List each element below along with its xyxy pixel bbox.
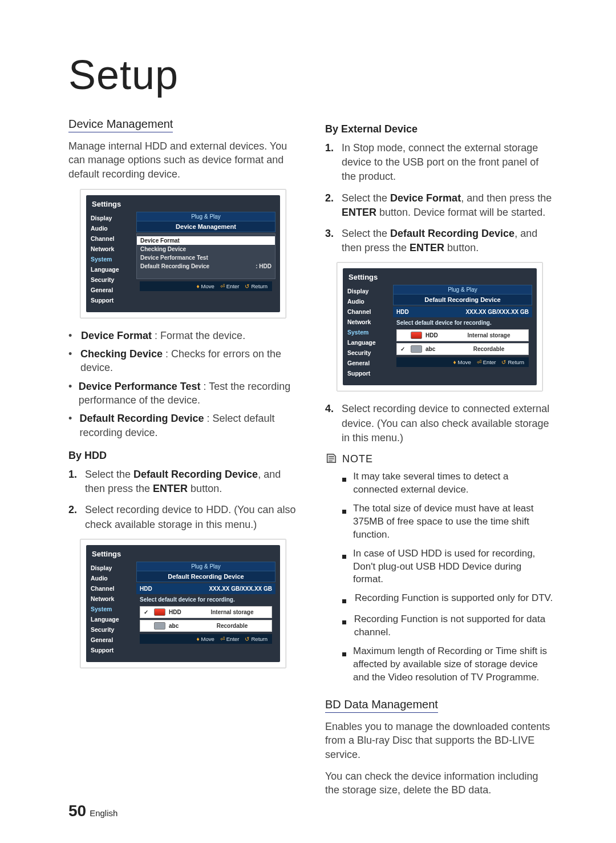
sidebar-item[interactable]: Display bbox=[347, 286, 393, 296]
sidebar-item[interactable]: Support bbox=[91, 295, 136, 305]
updown-icon: ♦ bbox=[453, 359, 456, 365]
sidebar-item[interactable]: Channel bbox=[347, 306, 393, 317]
help-bar: ♦Move ⏎Enter ↺Return bbox=[140, 281, 272, 291]
storage-msg: Select default device for recording. bbox=[393, 317, 532, 329]
breadcrumb: Plug & Play bbox=[136, 212, 275, 221]
left-column: Device Management Manage internal HDD an… bbox=[68, 118, 297, 805]
sidebar-item[interactable]: Display bbox=[91, 213, 136, 223]
sidebar-item[interactable]: System bbox=[91, 604, 136, 614]
note-item: Recording Function is supported only for… bbox=[342, 592, 553, 607]
return-icon: ↺ bbox=[501, 359, 506, 365]
storage-icon bbox=[154, 608, 165, 616]
device-row-hdd[interactable]: HDD Internal storage bbox=[396, 329, 529, 341]
sidebar-item[interactable]: Channel bbox=[91, 583, 136, 594]
enter-icon: ⏎ bbox=[220, 283, 225, 289]
breadcrumb: Plug & Play bbox=[136, 562, 275, 571]
menu-row[interactable]: Checking Device bbox=[140, 245, 271, 253]
note-item: The total size of device must have at le… bbox=[342, 502, 553, 542]
sidebar-item[interactable]: Support bbox=[347, 368, 393, 378]
settings-title: Settings bbox=[86, 195, 280, 212]
sidebar-item[interactable]: System bbox=[91, 254, 136, 264]
settings-title: Settings bbox=[86, 545, 280, 562]
note-item: Recording Function is not supported for … bbox=[342, 613, 553, 639]
section-device-management: Device Management bbox=[68, 118, 173, 132]
menu-row[interactable]: Device Format bbox=[137, 236, 275, 245]
menu-row[interactable]: Default Recording Device: HDD bbox=[140, 262, 271, 271]
storage-header: HDD XXX.XX GB/XXX.XX GB bbox=[393, 306, 532, 317]
page-number: 50English bbox=[68, 802, 117, 820]
by-hdd-title: By HDD bbox=[68, 450, 297, 462]
updown-icon: ♦ bbox=[196, 636, 199, 642]
screenshot-default-recording-ext: Settings Display Audio Channel Network S… bbox=[337, 262, 543, 392]
sidebar-item[interactable]: System bbox=[347, 327, 393, 337]
sidebar-item[interactable]: General bbox=[347, 358, 393, 368]
device-management-intro: Manage internal HDD and external devices… bbox=[68, 139, 297, 181]
storage-header: HDD XXX.XX GB/XXX.XX GB bbox=[136, 583, 275, 594]
right-column: By External Device 1. In Stop mode, conn… bbox=[325, 118, 553, 805]
settings-sidebar: Display Audio Channel Network System Lan… bbox=[343, 285, 393, 381]
sidebar-item[interactable]: General bbox=[91, 635, 136, 645]
note-item: In case of USD HDD is used for recording… bbox=[342, 547, 553, 587]
section-bd-data: BD Data Management bbox=[325, 698, 438, 713]
settings-sidebar: Display Audio Channel Network System Lan… bbox=[86, 212, 136, 308]
step-row: 2. Select the Device Format, and then pr… bbox=[325, 191, 553, 220]
help-bar: ♦Move ⏎Enter ↺Return bbox=[140, 634, 272, 644]
sidebar-item[interactable]: Security bbox=[91, 275, 136, 285]
note-heading: NOTE bbox=[325, 452, 553, 467]
bd-text: You can check the device information inc… bbox=[325, 769, 553, 797]
screenshot-default-recording-hdd: Settings Display Audio Channel Network S… bbox=[80, 539, 286, 668]
bd-text: Enables you to manage the downloaded con… bbox=[325, 720, 553, 761]
panel-title: Default Recording Device bbox=[393, 294, 532, 305]
sidebar-item[interactable]: Audio bbox=[347, 296, 393, 306]
updown-icon: ♦ bbox=[196, 283, 199, 289]
menu-row[interactable]: Device Performance Test bbox=[140, 253, 271, 262]
device-row-ext[interactable]: abc Recordable bbox=[140, 620, 272, 632]
page-title: Setup bbox=[68, 51, 565, 98]
sidebar-item[interactable]: Security bbox=[347, 348, 393, 358]
sidebar-item[interactable]: Security bbox=[91, 624, 136, 635]
note-item: Maximum length of Recording or Time shif… bbox=[342, 645, 553, 684]
step-row: 4. Select recording device to connected … bbox=[325, 402, 553, 445]
device-row-ext[interactable]: ✓ abc Recordable bbox=[396, 343, 529, 355]
sidebar-item[interactable]: Language bbox=[91, 614, 136, 624]
settings-sidebar: Display Audio Channel Network System Lan… bbox=[86, 562, 136, 658]
sidebar-item[interactable]: Language bbox=[347, 337, 393, 348]
sidebar-item[interactable]: General bbox=[91, 285, 136, 295]
sidebar-item[interactable]: Audio bbox=[91, 223, 136, 233]
screenshot-device-management: Settings Display Audio Channel Network S… bbox=[80, 189, 286, 318]
sidebar-item[interactable]: Network bbox=[91, 594, 136, 604]
sidebar-item[interactable]: Language bbox=[91, 264, 136, 275]
panel-title: Default Recording Device bbox=[136, 571, 275, 582]
return-icon: ↺ bbox=[245, 636, 249, 642]
sidebar-item[interactable]: Network bbox=[91, 244, 136, 254]
step-row: 1. In Stop mode, connect the external st… bbox=[325, 141, 553, 184]
note-icon bbox=[325, 452, 338, 467]
step-row: 1. Select the Default Recording Device, … bbox=[68, 467, 297, 496]
feature-bullets: •Device Format : Format the device. •Che… bbox=[68, 329, 297, 439]
enter-icon: ⏎ bbox=[477, 359, 481, 365]
device-row-hdd[interactable]: ✓ HDD Internal storage bbox=[140, 606, 272, 618]
sidebar-item[interactable]: Display bbox=[91, 563, 136, 573]
note-item: It may take several times to detect a co… bbox=[342, 470, 553, 497]
storage-msg: Select default device for recording. bbox=[136, 594, 275, 606]
sidebar-item[interactable]: Support bbox=[91, 645, 136, 655]
storage-icon bbox=[411, 345, 422, 353]
panel-title: Device Management bbox=[136, 221, 275, 232]
breadcrumb: Plug & Play bbox=[393, 285, 532, 294]
storage-icon bbox=[411, 332, 422, 339]
settings-title: Settings bbox=[343, 268, 537, 285]
step-row: 2. Select recording device to HDD. (You … bbox=[68, 503, 297, 531]
step-row: 3. Select the Default Recording Device, … bbox=[325, 227, 553, 255]
storage-icon bbox=[154, 622, 165, 630]
by-external-title: By External Device bbox=[325, 123, 553, 135]
enter-icon: ⏎ bbox=[220, 636, 225, 642]
sidebar-item[interactable]: Audio bbox=[91, 573, 136, 583]
help-bar: ♦Move ⏎Enter ↺Return bbox=[396, 357, 529, 367]
check-icon: ✓ bbox=[144, 609, 151, 615]
sidebar-item[interactable]: Network bbox=[347, 317, 393, 327]
return-icon: ↺ bbox=[245, 283, 249, 289]
sidebar-item[interactable]: Channel bbox=[91, 233, 136, 244]
check-icon: ✓ bbox=[400, 346, 407, 352]
